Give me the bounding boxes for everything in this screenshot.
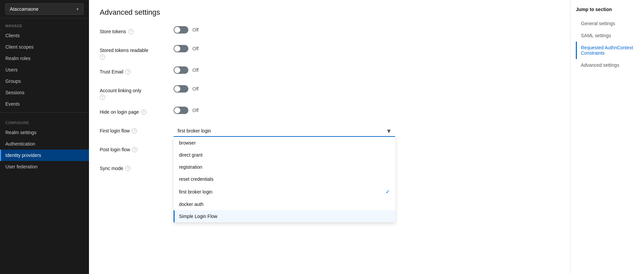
trust-email-control: Off: [174, 66, 198, 74]
hide-on-login-control: Off: [174, 107, 198, 114]
account-linking-toggle[interactable]: [174, 85, 188, 93]
trust-email-label: Trust Email ?: [100, 66, 174, 74]
store-tokens-control: Off: [174, 26, 198, 34]
first-login-flow-row: First login flow ? browser direct grant …: [100, 125, 559, 138]
jump-item-advanced-settings[interactable]: Advanced settings: [576, 59, 639, 71]
trust-email-help-icon[interactable]: ?: [125, 69, 131, 74]
sidebar-item-users[interactable]: Users: [0, 64, 89, 75]
hide-on-login-row: Hide on login page ? Off: [100, 107, 559, 119]
main-content: Advanced settings Store tokens ? Off Sto…: [89, 0, 570, 274]
account-linking-value: Off: [192, 86, 198, 92]
sidebar: Ataccamaone ▼ Manage Clients Client scop…: [0, 0, 89, 274]
store-tokens-label: Store tokens ?: [100, 26, 174, 34]
hide-on-login-toggle[interactable]: [174, 107, 188, 114]
account-linking-help-icon[interactable]: ?: [100, 95, 105, 100]
store-tokens-toggle[interactable]: [174, 26, 188, 34]
hide-on-login-help-icon[interactable]: ?: [141, 109, 146, 115]
menu-item-docker-auth[interactable]: docker auth: [174, 198, 395, 210]
sidebar-item-client-scopes[interactable]: Client scopes: [0, 41, 89, 53]
menu-item-reset-credentials[interactable]: reset credentials: [174, 173, 395, 185]
post-login-flow-help-icon[interactable]: ?: [132, 147, 137, 152]
account-linking-control: Off: [174, 85, 198, 93]
store-tokens-row: Store tokens ? Off: [100, 26, 559, 38]
selected-check-icon: ✓: [385, 188, 390, 195]
post-login-flow-label: Post login flow ?: [100, 144, 174, 152]
jump-item-saml-settings[interactable]: SAML settings: [576, 30, 639, 42]
chevron-down-icon: ▼: [76, 7, 79, 11]
stored-tokens-readable-help-icon[interactable]: ?: [100, 54, 105, 60]
stored-tokens-readable-row: Stored tokens readable ? Off: [100, 45, 559, 60]
sidebar-header: Ataccamaone ▼: [0, 0, 89, 18]
stored-tokens-readable-control: Off: [174, 45, 198, 52]
sidebar-item-identity-providers[interactable]: Identity providers: [0, 150, 89, 161]
first-login-flow-help-icon[interactable]: ?: [132, 128, 137, 133]
sidebar-item-sessions[interactable]: Sessions: [0, 87, 89, 98]
menu-item-direct-grant[interactable]: direct grant: [174, 149, 395, 161]
trust-email-value: Off: [192, 67, 198, 73]
jump-title: Jump to section: [576, 7, 639, 12]
first-login-flow-control: browser direct grant registration reset …: [174, 125, 395, 137]
sidebar-item-user-federation[interactable]: User federation: [0, 161, 89, 172]
jump-item-requested-authn[interactable]: Requested AuthnContext Constraints: [576, 42, 639, 59]
manage-section-label: Manage: [0, 18, 89, 30]
hide-on-login-value: Off: [192, 108, 198, 113]
first-login-flow-label: First login flow ?: [100, 125, 174, 133]
sidebar-item-realm-settings[interactable]: Realm settings: [0, 127, 89, 138]
account-linking-label: Account linking only ?: [100, 85, 174, 100]
store-tokens-value: Off: [192, 27, 198, 33]
sidebar-item-events[interactable]: Events: [0, 98, 89, 110]
configure-section-label: Configure: [0, 115, 89, 127]
sidebar-item-realm-roles[interactable]: Realm roles: [0, 53, 89, 64]
realm-name: Ataccamaone: [10, 6, 39, 12]
sync-mode-help-icon[interactable]: ?: [125, 166, 131, 171]
store-tokens-help-icon[interactable]: ?: [128, 29, 134, 34]
trust-email-row: Trust Email ? Off: [100, 66, 559, 78]
realm-selector[interactable]: Ataccamaone ▼: [5, 3, 84, 15]
menu-item-browser[interactable]: browser: [174, 137, 395, 149]
menu-item-first-broker-login[interactable]: first broker login ✓: [174, 185, 395, 198]
stored-tokens-readable-label: Stored tokens readable ?: [100, 45, 174, 60]
hide-on-login-label: Hide on login page ?: [100, 107, 174, 115]
sync-mode-label: Sync mode ?: [100, 163, 174, 171]
first-login-flow-select[interactable]: browser direct grant registration reset …: [174, 125, 395, 137]
right-panel: Jump to section General settings SAML se…: [570, 0, 644, 274]
first-login-flow-dropdown-wrapper: browser direct grant registration reset …: [174, 125, 395, 137]
trust-email-toggle[interactable]: [174, 66, 188, 74]
page-title: Advanced settings: [100, 8, 559, 17]
sidebar-item-clients[interactable]: Clients: [0, 30, 89, 41]
stored-tokens-readable-toggle[interactable]: [174, 45, 188, 52]
jump-item-general-settings[interactable]: General settings: [576, 17, 639, 30]
sidebar-item-groups[interactable]: Groups: [0, 75, 89, 87]
menu-item-registration[interactable]: registration: [174, 161, 395, 173]
sidebar-divider: [0, 112, 89, 113]
account-linking-row: Account linking only ? Off: [100, 85, 559, 100]
stored-tokens-readable-value: Off: [192, 46, 198, 51]
sidebar-item-authentication[interactable]: Authentication: [0, 138, 89, 150]
menu-item-simple-login-flow[interactable]: Simple Login Flow: [174, 210, 395, 222]
first-login-flow-menu: browser direct grant registration reset …: [174, 137, 395, 222]
